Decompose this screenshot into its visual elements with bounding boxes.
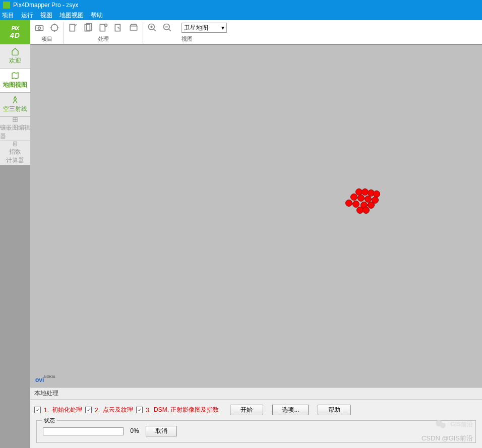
menu-view[interactable]: 视图 [40, 11, 52, 20]
zoom-in-icon[interactable] [147, 23, 157, 33]
check-step3[interactable]: ✓ [136, 407, 143, 413]
step3-num: 3. [146, 407, 151, 414]
toolgroup-project: 项目 [30, 22, 64, 44]
nav-welcome[interactable]: 欢迎 [0, 44, 30, 69]
chevron-down-icon: ▾ [221, 24, 224, 31]
p1-icon[interactable] [68, 23, 78, 33]
toolgroup-view: 卫星地图 ▾ 视图 [143, 22, 231, 44]
check-step2[interactable]: ✓ [85, 407, 92, 413]
map-type-dropdown[interactable]: 卫星地图 ▾ [182, 23, 227, 33]
calculator-icon [11, 141, 20, 147]
help-button[interactable]: 帮助 [318, 405, 351, 415]
menubar: 项目 运行 视图 地图视图 帮助 [0, 10, 482, 20]
logo: PIX 4D [0, 20, 30, 44]
nav-mapview[interactable]: 地图视图 [0, 69, 30, 93]
p2-icon[interactable] [83, 23, 93, 33]
window-title: Pix4Dmapper Pro - zsyx [13, 2, 78, 9]
cancel-button[interactable]: 取消 [146, 426, 177, 436]
ray-icon [11, 96, 20, 104]
watermark: GIS前沿 [434, 418, 473, 431]
nav-index[interactable]: 指数 计算器 [0, 141, 30, 165]
image-markers [345, 188, 381, 216]
svg-point-7 [38, 27, 41, 29]
toolgroup-process: 处理 [64, 22, 143, 44]
map-canvas[interactable]: oviNOKIA [30, 44, 482, 387]
svg-rect-6 [36, 26, 43, 31]
zoom-out-icon[interactable] [162, 23, 172, 33]
home-icon [11, 47, 20, 55]
bottom-panel: 本地处理 ✓ 1. 初始化处理 ✓ 2. 点云及纹理 ✓ 3. DSM, 正射影… [30, 387, 482, 448]
app-icon [3, 2, 10, 9]
content-area: PIX 4D 欢迎 地图视图 空三射线 镶嵌图编辑器 指数 计算器 [0, 20, 482, 448]
map-icon [11, 72, 20, 80]
svg-point-2 [14, 143, 15, 144]
svg-point-4 [14, 144, 15, 145]
nav-mosaic[interactable]: 镶嵌图编辑器 [0, 117, 30, 141]
wechat-icon [434, 418, 447, 431]
process-row: ✓ 1. 初始化处理 ✓ 2. 点云及纹理 ✓ 3. DSM, 正射影像图及指数… [30, 400, 482, 418]
step1-label: 初始化处理 [52, 406, 82, 414]
progress-percent: 0% [130, 427, 139, 434]
titlebar: Pix4Dmapper Pro - zsyx [0, 0, 482, 10]
p3-icon[interactable] [98, 23, 108, 33]
step2-num: 2. [95, 407, 100, 414]
menu-mapview[interactable]: 地图视图 [59, 11, 84, 20]
main-panel: 项目 处理 卫星地图 ▾ [30, 20, 482, 448]
p4-icon[interactable] [113, 23, 124, 33]
step1-num: 1. [44, 407, 49, 414]
mosaic-icon [11, 117, 20, 122]
svg-point-3 [16, 143, 16, 144]
status-legend: 状态 [42, 417, 57, 424]
menu-project[interactable]: 项目 [2, 11, 14, 20]
left-sidebar: PIX 4D 欢迎 地图视图 空三射线 镶嵌图编辑器 指数 计算器 [0, 20, 30, 448]
camera-icon[interactable] [34, 23, 44, 33]
p5-icon[interactable] [129, 23, 139, 33]
svg-rect-14 [115, 24, 120, 31]
status-box: 状态 0% 取消 [36, 420, 476, 443]
menu-help[interactable]: 帮助 [91, 11, 103, 20]
svg-rect-1 [14, 142, 17, 146]
panel-title: 本地处理 [30, 388, 482, 400]
start-button[interactable]: 开始 [230, 405, 263, 415]
progress-bar [43, 427, 124, 435]
check-step1[interactable]: ✓ [34, 407, 41, 413]
menu-run[interactable]: 运行 [21, 11, 33, 20]
svg-point-13 [105, 24, 107, 27]
target-icon[interactable] [49, 23, 59, 33]
step3-label: DSM, 正射影像图及指数 [154, 406, 219, 414]
ovi-logo: oviNOKIA [35, 375, 55, 384]
options-button[interactable]: 选项... [272, 405, 309, 415]
toolbar: 项目 处理 卫星地图 ▾ [30, 20, 482, 44]
credit-text: CSDN @GIS前沿 [421, 434, 473, 443]
svg-point-18 [440, 423, 446, 428]
svg-point-5 [16, 144, 16, 145]
step2-label: 点云及纹理 [103, 406, 133, 414]
svg-rect-9 [70, 24, 75, 31]
svg-point-8 [51, 24, 57, 31]
nav-raycloud[interactable]: 空三射线 [0, 93, 30, 117]
